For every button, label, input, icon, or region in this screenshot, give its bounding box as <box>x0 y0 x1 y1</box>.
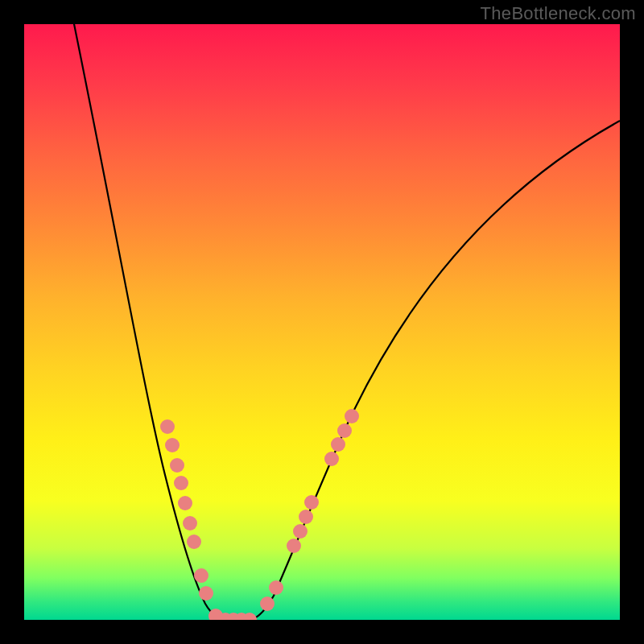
data-marker <box>324 452 339 466</box>
data-marker <box>178 496 192 510</box>
data-marker <box>337 423 352 438</box>
data-marker <box>183 516 197 530</box>
chart-container: TheBottleneck.com <box>0 0 644 644</box>
data-marker <box>199 586 213 601</box>
data-marker <box>287 539 301 553</box>
data-marker <box>269 580 283 595</box>
data-marker <box>187 535 201 549</box>
data-marker <box>293 524 308 539</box>
data-marker <box>331 437 345 452</box>
data-marker <box>160 419 175 434</box>
curve-layer <box>24 24 620 620</box>
data-marker <box>345 409 359 423</box>
data-marker <box>260 597 275 611</box>
data-marker <box>304 495 319 510</box>
data-marker <box>170 458 184 473</box>
watermark-text: TheBottleneck.com <box>481 3 636 24</box>
data-marker <box>194 568 208 583</box>
data-marker <box>174 476 188 490</box>
data-marker <box>299 510 313 524</box>
data-marker <box>165 438 180 452</box>
plot-area <box>24 24 620 620</box>
series-curve <box>72 24 620 620</box>
